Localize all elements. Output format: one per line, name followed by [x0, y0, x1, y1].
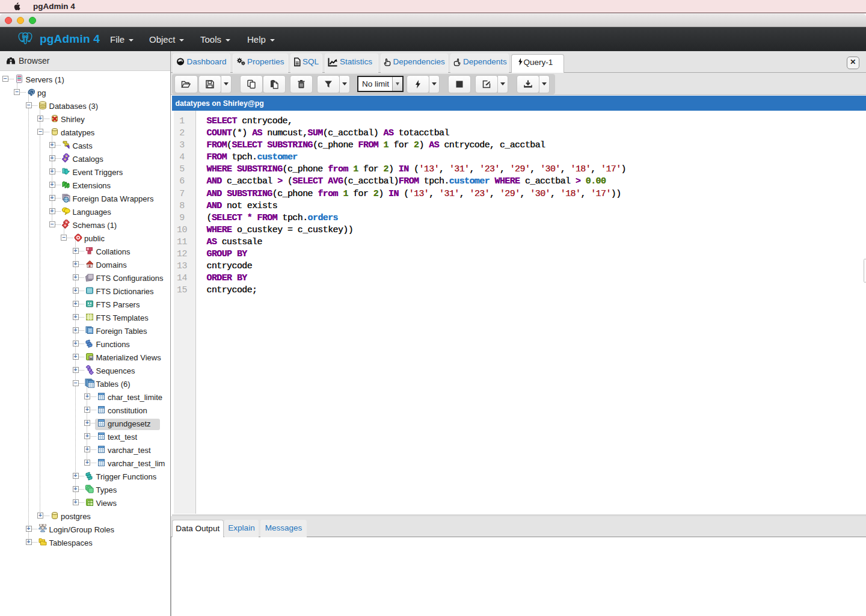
svg-text:M: M: [90, 357, 93, 360]
